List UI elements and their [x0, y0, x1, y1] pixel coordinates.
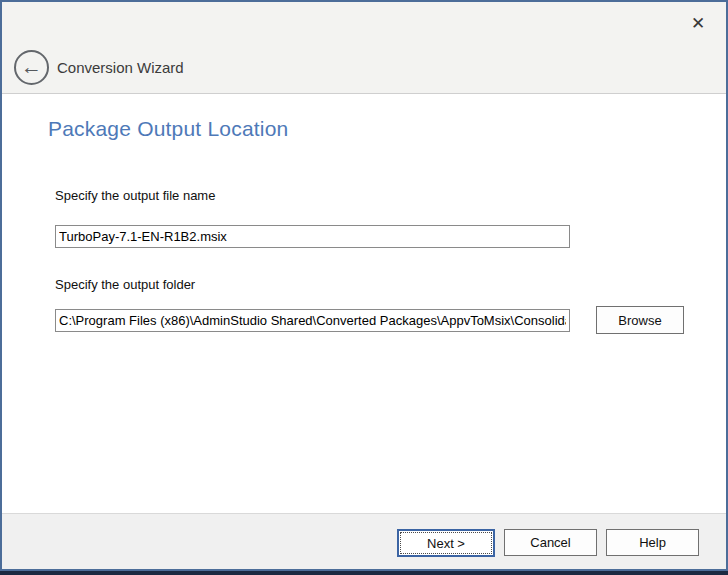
browse-button[interactable]: Browse: [596, 306, 684, 334]
wizard-page-content: Package Output Location Specify the outp…: [2, 95, 726, 511]
close-button[interactable]: ✕: [684, 10, 712, 36]
wizard-header: ✕ ← Conversion Wizard: [2, 2, 726, 94]
output-folder-label: Specify the output folder: [55, 277, 195, 292]
conversion-wizard-dialog: ✕ ← Conversion Wizard Package Output Loc…: [0, 0, 728, 571]
back-arrow-icon: ←: [21, 56, 42, 77]
output-file-name-label: Specify the output file name: [55, 188, 215, 203]
close-icon: ✕: [691, 13, 705, 34]
page-title: Package Output Location: [48, 117, 288, 141]
wizard-title: Conversion Wizard: [57, 59, 184, 76]
output-file-name-input[interactable]: [55, 225, 570, 248]
next-button[interactable]: Next >: [397, 529, 495, 557]
output-folder-input[interactable]: [55, 309, 570, 332]
help-button[interactable]: Help: [606, 529, 699, 556]
wizard-window-frame: ✕ ← Conversion Wizard Package Output Loc…: [0, 0, 728, 575]
cancel-button[interactable]: Cancel: [504, 529, 597, 556]
back-button[interactable]: ←: [14, 50, 49, 85]
wizard-footer: Next > Cancel Help: [2, 513, 726, 569]
